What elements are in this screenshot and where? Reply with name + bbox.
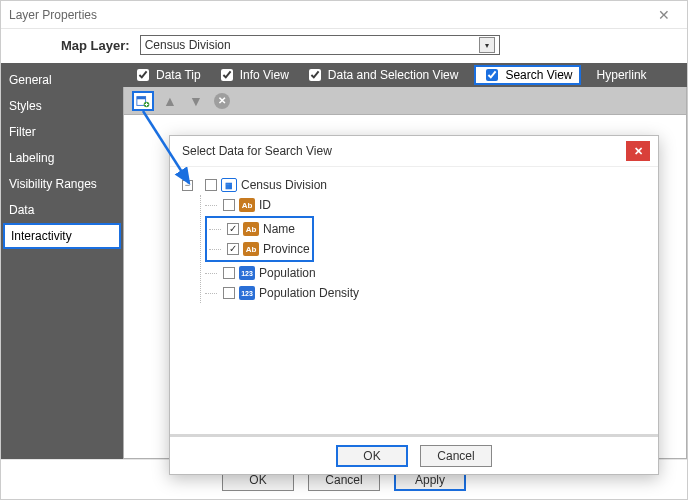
dialog-titlebar: Select Data for Search View ✕	[170, 136, 658, 166]
numeric-field-icon: 123	[239, 266, 255, 280]
window-title: Layer Properties	[9, 8, 97, 22]
search-view-content: Select Data for Search View ✕ − ▦ Census…	[123, 115, 687, 459]
sidebar-item-general[interactable]: General	[1, 67, 123, 93]
layer-properties-window: Layer Properties ✕ Map Layer: Census Div…	[0, 0, 688, 500]
select-data-dialog: Select Data for Search View ✕ − ▦ Census…	[169, 135, 659, 475]
sidebar-item-data[interactable]: Data	[1, 197, 123, 223]
remove-icon: ✕	[214, 93, 230, 109]
sidebar-item-filter[interactable]: Filter	[1, 119, 123, 145]
svg-rect-1	[137, 96, 146, 99]
add-data-icon	[136, 94, 150, 108]
close-icon[interactable]: ✕	[649, 5, 679, 25]
field-label: Name	[263, 222, 295, 236]
collapse-icon[interactable]: −	[182, 180, 193, 191]
tab-data-tip[interactable]: Data Tip	[133, 66, 201, 84]
tree-children: Ab ID Ab Name	[200, 195, 646, 303]
field-checkbox[interactable]	[223, 199, 235, 211]
tree-row-name[interactable]: Ab Name	[209, 219, 310, 239]
numeric-field-icon: 123	[239, 286, 255, 300]
titlebar: Layer Properties ✕	[1, 1, 687, 29]
dialog-title: Select Data for Search View	[182, 144, 332, 158]
table-icon: ▦	[221, 178, 237, 192]
field-tree: − ▦ Census Division Ab ID	[182, 175, 646, 303]
sidebar-item-visibility-ranges[interactable]: Visibility Ranges	[1, 171, 123, 197]
field-checkbox[interactable]	[223, 287, 235, 299]
search-view-toolbar: ▲ ▼ ✕	[123, 87, 687, 115]
tree-row-id[interactable]: Ab ID	[205, 195, 646, 215]
field-checkbox[interactable]	[227, 243, 239, 255]
dialog-close-button[interactable]: ✕	[626, 141, 650, 161]
map-layer-label: Map Layer:	[61, 38, 130, 53]
tab-search-view[interactable]: Search View	[474, 65, 580, 85]
field-checkbox[interactable]	[223, 267, 235, 279]
tab-data-selection-view[interactable]: Data and Selection View	[305, 66, 459, 84]
highlight-box: Ab Name Ab Province	[205, 216, 314, 262]
dialog-ok-button[interactable]: OK	[336, 445, 408, 467]
tree-root-row[interactable]: − ▦ Census Division	[182, 175, 646, 195]
dialog-cancel-button[interactable]: Cancel	[420, 445, 492, 467]
search-view-checkbox[interactable]	[486, 69, 498, 81]
right-pane: Data Tip Info View Data and Selection Vi…	[123, 63, 687, 459]
text-field-icon: Ab	[243, 222, 259, 236]
tab-hyperlink[interactable]: Hyperlink	[597, 68, 647, 82]
field-checkbox[interactable]	[227, 223, 239, 235]
field-label: Province	[263, 242, 310, 256]
root-checkbox[interactable]	[205, 179, 217, 191]
tree-row-population[interactable]: 123 Population	[205, 263, 646, 283]
tree-row-province[interactable]: Ab Province	[209, 239, 310, 259]
sidebar: General Styles Filter Labeling Visibilit…	[1, 63, 123, 459]
move-up-button[interactable]: ▲	[160, 91, 180, 111]
tree-root-label: Census Division	[241, 178, 327, 192]
field-label: Population	[259, 266, 316, 280]
dialog-footer: OK Cancel	[170, 434, 658, 474]
tab-info-view[interactable]: Info View	[217, 66, 289, 84]
map-layer-value: Census Division	[145, 38, 231, 52]
move-down-button[interactable]: ▼	[186, 91, 206, 111]
map-layer-row: Map Layer: Census Division ▾	[1, 29, 687, 63]
data-tip-checkbox[interactable]	[137, 69, 149, 81]
remove-button[interactable]: ✕	[212, 91, 232, 111]
text-field-icon: Ab	[239, 198, 255, 212]
field-label: Population Density	[259, 286, 359, 300]
body: General Styles Filter Labeling Visibilit…	[1, 63, 687, 459]
sidebar-item-interactivity[interactable]: Interactivity	[3, 223, 121, 249]
map-layer-combo[interactable]: Census Division ▾	[140, 35, 500, 55]
data-selection-checkbox[interactable]	[309, 69, 321, 81]
chevron-down-icon[interactable]: ▾	[479, 37, 495, 53]
sidebar-item-labeling[interactable]: Labeling	[1, 145, 123, 171]
text-field-icon: Ab	[243, 242, 259, 256]
field-label: ID	[259, 198, 271, 212]
dialog-body: − ▦ Census Division Ab ID	[170, 166, 658, 434]
tree-row-pop-density[interactable]: 123 Population Density	[205, 283, 646, 303]
sidebar-item-styles[interactable]: Styles	[1, 93, 123, 119]
interactivity-tab-bar: Data Tip Info View Data and Selection Vi…	[123, 63, 687, 87]
add-data-button[interactable]	[132, 91, 154, 111]
info-view-checkbox[interactable]	[221, 69, 233, 81]
